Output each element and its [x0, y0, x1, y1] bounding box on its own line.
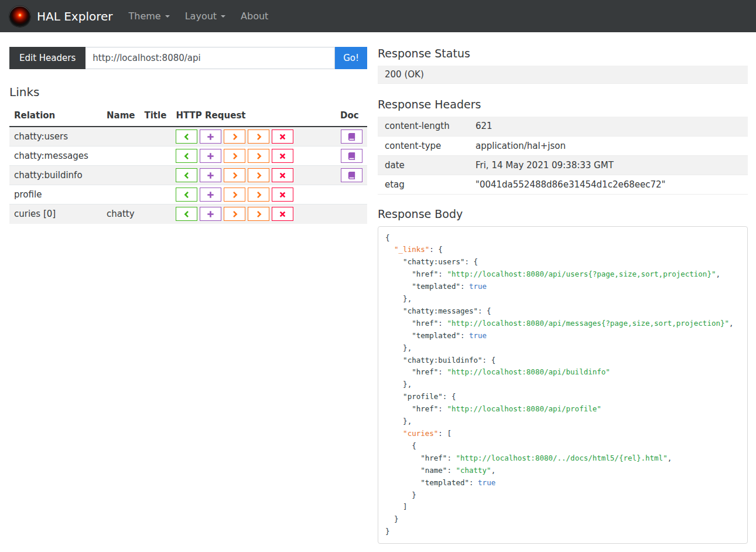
header-value: application/hal+json	[468, 136, 748, 155]
x-icon	[279, 153, 286, 159]
relation-cell: profile	[9, 185, 102, 205]
doc-button[interactable]	[341, 149, 362, 163]
x-icon	[279, 192, 286, 198]
x-icon	[279, 172, 286, 179]
post-request-button[interactable]	[200, 207, 221, 221]
response-panel: Response Status 200 (OK) Response Header…	[378, 47, 748, 544]
hal-eye-logo-icon	[9, 6, 30, 27]
post-request-button[interactable]	[200, 188, 221, 202]
header-name: content-type	[378, 136, 468, 155]
links-table: Relation Name Title HTTP Request Doc cha…	[9, 106, 367, 224]
http-request-cell	[171, 127, 336, 146]
http-request-cell	[171, 205, 336, 224]
header-name: content-length	[378, 117, 468, 136]
header-value: Fri, 14 May 2021 09:38:33 GMT	[468, 155, 748, 175]
get-request-button[interactable]	[176, 168, 197, 182]
http-request-cell	[171, 146, 336, 166]
chevron-right-icon	[255, 152, 262, 160]
put-request-button[interactable]	[224, 149, 245, 163]
edit-headers-button[interactable]: Edit Headers	[9, 47, 85, 69]
plus-icon	[207, 152, 214, 160]
chevron-right-icon	[231, 191, 238, 199]
chevron-right-icon	[255, 172, 262, 179]
chevron-left-icon	[183, 172, 190, 179]
nav-item-about-label: About	[241, 11, 268, 22]
book-icon	[348, 152, 355, 160]
doc-button[interactable]	[341, 168, 362, 182]
url-input[interactable]	[85, 47, 335, 69]
doc-cell	[336, 166, 367, 185]
nav-item-layout[interactable]: Layout	[177, 6, 233, 26]
book-icon	[348, 172, 355, 179]
go-button[interactable]: Go!	[335, 47, 367, 69]
nav-item-theme[interactable]: Theme	[121, 6, 177, 26]
nav-item-layout-label: Layout	[185, 11, 217, 22]
chevron-left-icon	[183, 210, 190, 218]
relation-cell: curies [0]	[9, 205, 102, 224]
response-header-row: etag"0041da552488d86e31454d1c2e68eec72"	[378, 175, 748, 194]
title-cell	[139, 127, 171, 146]
plus-icon	[207, 210, 214, 218]
nav-item-about[interactable]: About	[233, 6, 276, 26]
get-request-button[interactable]	[176, 130, 197, 144]
title-cell	[139, 166, 171, 185]
brand-title[interactable]: HAL Explorer	[37, 9, 113, 23]
chevron-right-icon	[231, 210, 238, 218]
patch-request-button[interactable]	[248, 188, 269, 202]
doc-cell	[336, 185, 367, 205]
http-request-cell	[171, 185, 336, 205]
chevron-right-icon	[231, 152, 238, 160]
response-body-title: Response Body	[378, 207, 748, 220]
relation-cell: chatty:users	[9, 127, 102, 146]
put-request-button[interactable]	[224, 130, 245, 144]
patch-request-button[interactable]	[248, 149, 269, 163]
chevron-right-icon	[255, 191, 262, 199]
delete-request-button[interactable]	[272, 130, 293, 144]
post-request-button[interactable]	[200, 130, 221, 144]
x-icon	[279, 211, 286, 217]
patch-request-button[interactable]	[248, 207, 269, 221]
name-cell: chatty	[102, 205, 139, 224]
link-row: profile	[9, 185, 367, 205]
chevron-left-icon	[183, 191, 190, 199]
plus-icon	[207, 172, 214, 179]
get-request-button[interactable]	[176, 207, 197, 221]
name-cell	[102, 185, 139, 205]
chevron-right-icon	[231, 172, 238, 179]
doc-button[interactable]	[341, 130, 362, 144]
post-request-button[interactable]	[200, 168, 221, 182]
name-cell	[102, 146, 139, 166]
link-row: chatty:messages	[9, 146, 367, 166]
get-request-button[interactable]	[176, 149, 197, 163]
post-request-button[interactable]	[200, 149, 221, 163]
response-body-json: { "_links": { "chatty:users": { "href": …	[378, 226, 748, 544]
delete-request-button[interactable]	[272, 188, 293, 202]
get-request-button[interactable]	[176, 188, 197, 202]
response-headers-table: content-length621content-typeapplication…	[378, 117, 748, 195]
header-value: 621	[468, 117, 748, 136]
response-status-title: Response Status	[378, 47, 748, 60]
chevron-down-icon	[221, 15, 225, 18]
patch-request-button[interactable]	[248, 168, 269, 182]
link-row: curies [0]chatty	[9, 205, 367, 224]
put-request-button[interactable]	[224, 188, 245, 202]
link-row: chatty:users	[9, 127, 367, 146]
response-header-row: content-length621	[378, 117, 748, 136]
put-request-button[interactable]	[224, 168, 245, 182]
put-request-button[interactable]	[224, 207, 245, 221]
doc-cell	[336, 146, 367, 166]
chevron-right-icon	[255, 133, 262, 141]
column-header-http-request: HTTP Request	[171, 106, 336, 127]
relation-cell: chatty:buildinfo	[9, 166, 102, 185]
navbar: HAL Explorer Theme Layout About	[0, 0, 756, 32]
links-section-title: Links	[9, 85, 367, 99]
delete-request-button[interactable]	[272, 149, 293, 163]
patch-request-button[interactable]	[248, 130, 269, 144]
chevron-right-icon	[231, 133, 238, 141]
delete-request-button[interactable]	[272, 207, 293, 221]
nav-links: Theme Layout About	[121, 6, 276, 26]
header-name: date	[378, 155, 468, 175]
chevron-down-icon	[165, 15, 170, 18]
delete-request-button[interactable]	[272, 168, 293, 182]
header-value: "0041da552488d86e31454d1c2e68eec72"	[468, 175, 748, 194]
